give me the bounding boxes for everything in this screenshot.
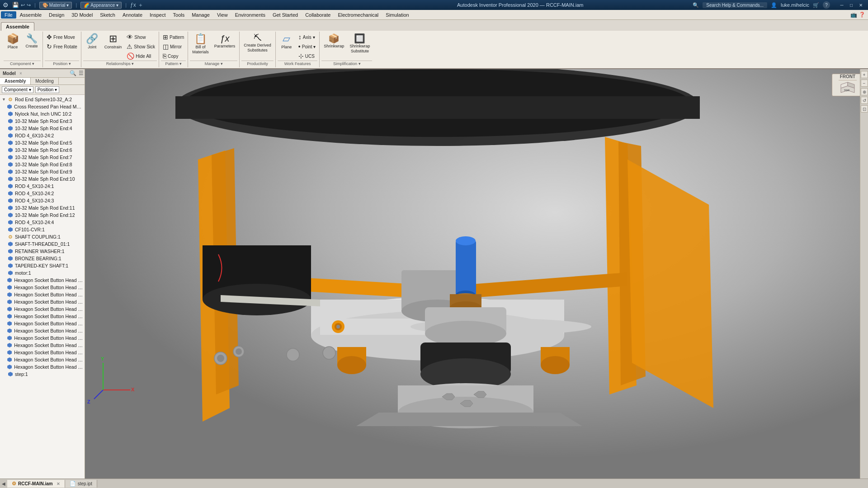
tree-item-37[interactable]: ▶Hexagon Socket Button Head Cap Scre [0,363,85,371]
tree-item-38[interactable]: ▶step:1 [0,371,85,378]
menu-manage[interactable]: Manage [188,11,213,19]
copy-button[interactable]: ⎘ Copy [161,52,186,61]
tree-item-20[interactable]: ▶SHAFT-THREADED_01:1 [0,240,85,248]
viewport[interactable]: X Y Z FRONT TOP + [85,69,868,479]
nav-btn-5[interactable]: ⊡ [861,105,868,113]
quick-save-icon[interactable]: 💾 [12,2,19,8]
model-menu-icon[interactable]: ☰ [79,70,84,76]
subtab-assembly[interactable]: Assembly [0,78,31,84]
show-button[interactable]: 👁 Show [125,33,157,42]
menu-help-icon[interactable]: ❓ [859,12,865,18]
tree-item-23[interactable]: ▶TAPERED-KEY SHAFT:1 [0,262,85,269]
cart-icon[interactable]: 🛒 [813,2,819,8]
ucs-button[interactable]: ⊹ UCS [297,52,317,61]
close-button[interactable]: ✕ [856,1,865,9]
create-derived-button[interactable]: ⛏ Create DerivedSubstitutes [241,33,274,54]
ribbon-tab-assemble[interactable]: Assemble [1,22,34,31]
tree-item-34[interactable]: ▶Hexagon Socket Button Head Cap Scre [0,342,85,349]
tree-item-19[interactable]: ▶⚙SHAFT COUPLING:1 [0,233,85,240]
material-selector[interactable]: 🎨 Material ▾ [39,2,72,9]
position-dropdown[interactable]: Position ▾ [35,86,60,93]
menu-electromechanical[interactable]: Electromechanical [334,11,382,19]
parameters-button[interactable]: ƒx Parameters [212,33,238,50]
screen-icon[interactable]: 📺 [850,12,857,18]
tree-item-14[interactable]: ▶ROD 4_5X10-24:3 [0,197,85,204]
file-tab-rccf[interactable]: ⚙ RCCF-MAIN.iam ✕ [7,480,65,488]
tree-item-13[interactable]: ▶ROD 4_5X10-24:2 [0,190,85,197]
menu-collaborate[interactable]: Collaborate [302,11,334,19]
undo-icon[interactable]: ↩ [21,2,25,8]
menu-annotate[interactable]: Annotate [119,11,146,19]
constrain-button[interactable]: ⊞ Constrain [102,33,124,51]
tree-item-5[interactable]: ▶ROD 4_6X10-24:2 [0,132,85,139]
tree-item-3[interactable]: ▶10-32 Male Sph Rod End:3 [0,117,85,125]
create-button[interactable]: 🔧 Create [23,33,41,50]
appearance-selector[interactable]: 🌈 Appearance ▾ [80,2,122,9]
free-move-button[interactable]: ✥ Free Move [45,33,79,42]
file-nav-left[interactable]: ◀ [0,481,7,486]
tree-item-16[interactable]: ▶10-32 Male Sph Rod End:12 [0,211,85,219]
tree-item-1[interactable]: ▶Cross Recessed Pan Head Machine Scr [0,103,85,110]
tree-item-30[interactable]: ▶Hexagon Socket Button Head Cap Scre [0,313,85,320]
maximize-button[interactable]: □ [847,1,856,9]
tree-item-4[interactable]: ▶10-32 Male Sph Rod End:4 [0,125,85,132]
menu-environments[interactable]: Environments [231,11,269,19]
view-cube[interactable]: FRONT TOP [832,74,863,96]
tree-item-31[interactable]: ▶Hexagon Socket Button Head Cap Scre [0,320,85,327]
tree-item-29[interactable]: ▶Hexagon Socket Button Head Cap Scre [0,305,85,313]
tree-item-36[interactable]: ▶Hexagon Socket Button Head Cap Scre [0,356,85,363]
tree-item-35[interactable]: ▶Hexagon Socket Button Head Cap Scre [0,349,85,356]
menu-view[interactable]: View [213,11,231,19]
nav-btn-1[interactable]: + [861,71,868,78]
tree-item-7[interactable]: ▶10-32 Male Sph Rod End:6 [0,146,85,154]
tree-item-25[interactable]: ▶Hexagon Socket Button Head Cap Scre [0,277,85,284]
tree-item-32[interactable]: ▶Hexagon Socket Button Head Cap Scre [0,327,85,334]
shrinkwrap-substitute-button[interactable]: 🔲 ShrinkwrapSubstitute [347,33,372,55]
tree-item-24[interactable]: ▶motor:1 [0,269,85,277]
menu-design[interactable]: Design [45,11,68,19]
menu-file[interactable]: File [1,11,16,19]
tree-item-12[interactable]: ▶ROD 4_5X10-24:1 [0,183,85,190]
tree-item-18[interactable]: ▶CF101-CVR:1 [0,226,85,233]
menu-3dmodel[interactable]: 3D Model [68,11,96,19]
minimize-button[interactable]: ─ [837,1,846,9]
menu-simulation[interactable]: Simulation [382,11,412,19]
search-help-label[interactable]: Search Help & Commands... [703,2,767,8]
menu-tools[interactable]: Tools [170,11,189,19]
point-button[interactable]: • Point ▾ [297,42,317,51]
tree-item-15[interactable]: ▶10-32 Male Sph Rod End:11 [0,204,85,211]
tree-item-10[interactable]: ▶10-32 Male Sph Rod End:9 [0,168,85,175]
free-rotate-button[interactable]: ↻ Free Rotate [45,42,79,51]
tree-item-33[interactable]: ▶Hexagon Socket Button Head Cap Scre [0,334,85,342]
model-search-icon[interactable]: 🔍 [70,70,76,76]
tree-item-22[interactable]: ▶BRONZE BEARING:1 [0,255,85,262]
menu-inspect[interactable]: Inspect [146,11,169,19]
bill-of-materials-button[interactable]: 📋 Bill ofMaterials [190,33,211,56]
file-tab-step[interactable]: 📄 step.ipt [65,480,97,488]
nav-btn-2[interactable]: − [861,80,868,87]
joint-button[interactable]: 🔗 Joint [83,33,101,51]
add-icon[interactable]: ＋ [138,1,143,9]
tree-item-6[interactable]: ▶10-32 Male Sph Rod End:5 [0,139,85,146]
menu-get-started[interactable]: Get Started [269,11,302,19]
shrinkwrap-button[interactable]: 📦 Shrinkwrap [321,33,346,50]
plane-button[interactable]: ▱ Plane [278,33,296,51]
menu-assemble[interactable]: Assemble [16,11,45,19]
tree-item-9[interactable]: ▶10-32 Male Sph Rod End:8 [0,161,85,168]
tree-item-2[interactable]: ▶Nylock Nut, Inch UNC 10:2 [0,110,85,117]
mirror-button[interactable]: ◫ Mirror [161,42,186,51]
subtab-modeling[interactable]: Modeling [31,78,59,84]
tree-item-11[interactable]: ▶10-32 Male Sph Rod End:10 [0,175,85,183]
tree-item-26[interactable]: ▶Hexagon Socket Button Head Cap Scre [0,284,85,291]
hide-all-button[interactable]: 🚫 Hide All [125,52,157,61]
axis-button[interactable]: ↕ Axis ▾ [297,33,317,42]
nav-btn-3[interactable]: ⊕ [861,88,868,95]
tree-item-0[interactable]: ▼⚙Rod End Sphere10-32_A:2 [0,96,85,103]
tree-item-27[interactable]: ▶Hexagon Socket Button Head Cap Scre [0,291,85,298]
tree-item-21[interactable]: ▶RETAINER WASHER:1 [0,248,85,255]
menu-sketch[interactable]: Sketch [96,11,119,19]
tree-item-17[interactable]: ▶ROD 4_5X10-24:4 [0,219,85,226]
file-tab-rccf-close[interactable]: ✕ [57,482,60,486]
nav-btn-4[interactable]: ↺ [861,97,868,104]
tree-item-28[interactable]: ▶Hexagon Socket Button Head Cap Scre [0,298,85,305]
